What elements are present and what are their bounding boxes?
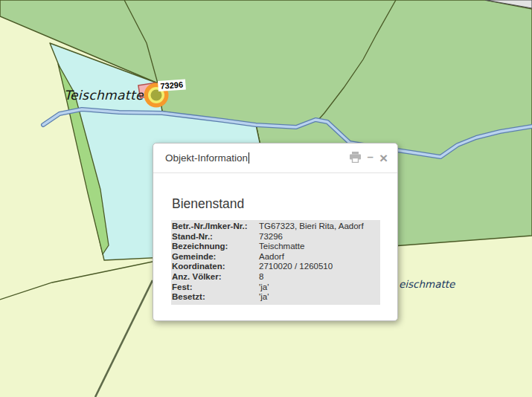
popup-header-icons: – × [349, 151, 388, 165]
row-value: TG67323, Bieri Rita, Aadorf [259, 222, 364, 232]
row-label: Anz. Völker: [172, 272, 259, 283]
close-icon[interactable]: × [379, 151, 388, 165]
row-label: Bezeichnung: [172, 242, 259, 252]
row-value: Aadorf [259, 252, 284, 262]
map-label-marker-id: 73296 [158, 79, 185, 91]
table-row: Bezeichnung: Teischmatte [172, 242, 380, 252]
row-label: Gemeinde: [172, 252, 259, 262]
popup-heading: Bienenstand [172, 196, 379, 212]
minimize-icon[interactable]: – [368, 151, 374, 162]
popup-header[interactable]: Objekt-Information – × [153, 143, 397, 173]
row-value: 2710020 / 1260510 [259, 262, 333, 272]
table-row: Anz. Völker: 8 [172, 272, 380, 283]
row-value: 8 [259, 272, 263, 283]
row-label: Besetzt: [172, 292, 259, 303]
table-row: Koordinaten: 2710020 / 1260510 [172, 262, 380, 272]
map-label-teischmatte: Teischmatte [64, 88, 144, 103]
map-viewport[interactable]: Teischmatte 73296 eischmatte Objekt-Info… [0, 0, 532, 397]
map-label-teischmatte-right: eischmatte [399, 278, 455, 290]
row-label: Stand-Nr.: [172, 232, 259, 242]
row-label: Koordinaten: [172, 262, 259, 272]
table-row: Besetzt: 'ja' [172, 292, 380, 303]
print-icon[interactable] [349, 152, 362, 165]
row-value: Teischmatte [259, 242, 304, 252]
text-cursor [249, 152, 249, 164]
object-info-popup: Objekt-Information – × Bienenstand Betr.… [153, 143, 398, 321]
table-row: Stand-Nr.: 73296 [172, 232, 380, 242]
table-row: Fest: 'ja' [172, 283, 380, 293]
popup-body: Bienenstand Betr.-Nr./Imker-Nr.: TG67323… [153, 173, 397, 305]
popup-title-input[interactable]: Objekt-Information [165, 152, 248, 164]
row-label: Fest: [172, 283, 259, 293]
row-value: 'ja' [259, 292, 269, 303]
attribute-table: Betr.-Nr./Imker-Nr.: TG67323, Bieri Rita… [171, 220, 380, 305]
table-row: Betr.-Nr./Imker-Nr.: TG67323, Bieri Rita… [172, 222, 380, 232]
row-label: Betr.-Nr./Imker-Nr.: [172, 222, 259, 232]
table-row: Gemeinde: Aadorf [172, 252, 380, 262]
row-value: 'ja' [259, 283, 269, 293]
row-value: 73296 [259, 232, 283, 242]
